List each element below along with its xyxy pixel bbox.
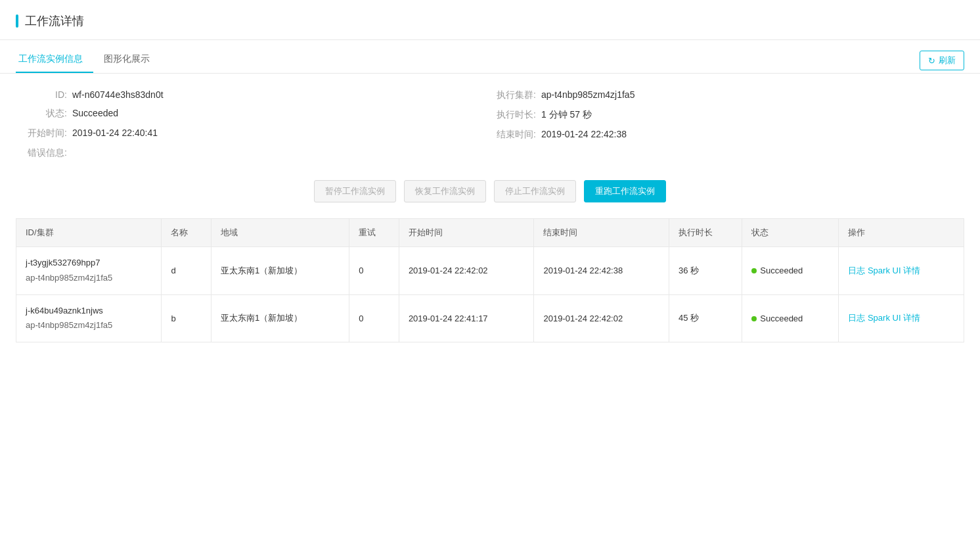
cell-name: b [162, 294, 212, 342]
stop-button[interactable]: 停止工作流实例 [494, 180, 576, 202]
col-id-cluster: ID/集群 [16, 219, 162, 247]
action-bar: 暂停工作流实例 恢复工作流实例 停止工作流实例 重跑工作流实例 [0, 170, 980, 213]
col-action: 操作 [839, 219, 964, 247]
start-time-value: 2019-01-24 22:40:41 [72, 128, 158, 138]
col-duration: 执行时长 [669, 219, 742, 247]
col-name: 名称 [162, 219, 212, 247]
action-link-2[interactable]: 详情 [903, 313, 920, 323]
page-header: 工作流详情 [0, 0, 980, 40]
cell-status: Succeeded [742, 294, 839, 342]
tab-instance-info[interactable]: 工作流实例信息 [16, 45, 93, 73]
cluster-label: 执行集群: [490, 89, 536, 101]
cell-end-time: 2019-01-24 22:42:38 [534, 247, 669, 295]
action-link-0[interactable]: 日志 [848, 266, 865, 275]
id-value: wf-n60744e3hs83dn0t [72, 89, 164, 100]
info-status-row: 状态: Succeeded [21, 108, 490, 120]
cell-region: 亚太东南1（新加坡） [211, 247, 349, 295]
table-wrapper: ID/集群 名称 地域 重试 开始时间 结束时间 执行时长 状态 操作 j-t3… [0, 218, 980, 342]
cell-start-time: 2019-01-24 22:42:02 [399, 247, 534, 295]
info-error-row: 错误信息: [21, 147, 490, 159]
action-link-1[interactable]: Spark UI [868, 313, 901, 323]
action-link-2[interactable]: 详情 [903, 266, 920, 275]
status-text: Succeeded [760, 314, 803, 323]
page-title: 工作流详情 [25, 13, 84, 29]
cell-retry: 0 [349, 294, 399, 342]
col-retry: 重试 [349, 219, 399, 247]
info-end-time-row: 结束时间: 2019-01-24 22:42:38 [490, 129, 959, 141]
cell-region: 亚太东南1（新加坡） [211, 294, 349, 342]
cell-actions: 日志 Spark UI 详情 [839, 247, 964, 295]
title-accent [16, 14, 18, 28]
cell-start-time: 2019-01-24 22:41:17 [399, 294, 534, 342]
cell-retry: 0 [349, 247, 399, 295]
table-row: j-t3ygjk532769hpp7ap-t4nbp985zm4zj1fa5d亚… [16, 247, 964, 295]
end-time-label: 结束时间: [490, 129, 536, 141]
pause-button[interactable]: 暂停工作流实例 [314, 180, 396, 202]
tab-graph-view[interactable]: 图形化展示 [101, 45, 160, 73]
status-text: Succeeded [760, 266, 803, 275]
status-dot [751, 316, 757, 321]
cell-duration: 45 秒 [669, 294, 742, 342]
start-time-label: 开始时间: [21, 128, 67, 139]
table-row: j-k64bu49aznk1njwsap-t4nbp985zm4zj1fa5b亚… [16, 294, 964, 342]
action-link-1[interactable]: Spark UI [868, 266, 901, 275]
id-label: ID: [21, 89, 67, 100]
cell-actions: 日志 Spark UI 详情 [839, 294, 964, 342]
info-cluster-row: 执行集群: ap-t4nbp985zm4zj1fa5 [490, 89, 959, 101]
cell-id-cluster: j-k64bu49aznk1njwsap-t4nbp985zm4zj1fa5 [16, 294, 162, 342]
cell-name: d [162, 247, 212, 295]
duration-value: 1 分钟 57 秒 [541, 109, 592, 121]
cell-duration: 36 秒 [669, 247, 742, 295]
col-region: 地域 [211, 219, 349, 247]
status-dot [751, 268, 757, 273]
resume-button[interactable]: 恢复工作流实例 [404, 180, 486, 202]
status-label: 状态: [21, 108, 67, 120]
end-time-value: 2019-01-24 22:42:38 [541, 129, 627, 139]
page-title-bar: 工作流详情 [16, 13, 84, 29]
cell-id-cluster: j-t3ygjk532769hpp7ap-t4nbp985zm4zj1fa5 [16, 247, 162, 295]
info-duration-row: 执行时长: 1 分钟 57 秒 [490, 109, 959, 121]
col-status: 状态 [742, 219, 839, 247]
refresh-button[interactable]: ↻ 刷新 [920, 51, 964, 70]
job-table: ID/集群 名称 地域 重试 开始时间 结束时间 执行时长 状态 操作 j-t3… [16, 218, 964, 342]
info-start-time-row: 开始时间: 2019-01-24 22:40:41 [21, 128, 490, 139]
col-end-time: 结束时间 [534, 219, 669, 247]
refresh-icon: ↻ [928, 56, 935, 66]
status-value: Succeeded [72, 108, 118, 118]
cluster-value: ap-t4nbp985zm4zj1fa5 [541, 89, 635, 100]
cell-status: Succeeded [742, 247, 839, 295]
cell-end-time: 2019-01-24 22:42:02 [534, 294, 669, 342]
error-label: 错误信息: [21, 147, 67, 159]
col-start-time: 开始时间 [399, 219, 534, 247]
rerun-button[interactable]: 重跑工作流实例 [584, 180, 666, 202]
duration-label: 执行时长: [490, 109, 536, 121]
info-id-row: ID: wf-n60744e3hs83dn0t [21, 89, 490, 100]
action-link-0[interactable]: 日志 [848, 313, 865, 323]
table-header-row: ID/集群 名称 地域 重试 开始时间 结束时间 执行时长 状态 操作 [16, 219, 964, 247]
tabs-bar: 工作流实例信息 图形化展示 ↻ 刷新 [0, 45, 980, 74]
info-section: ID: wf-n60744e3hs83dn0t 状态: Succeeded 开始… [0, 74, 980, 170]
